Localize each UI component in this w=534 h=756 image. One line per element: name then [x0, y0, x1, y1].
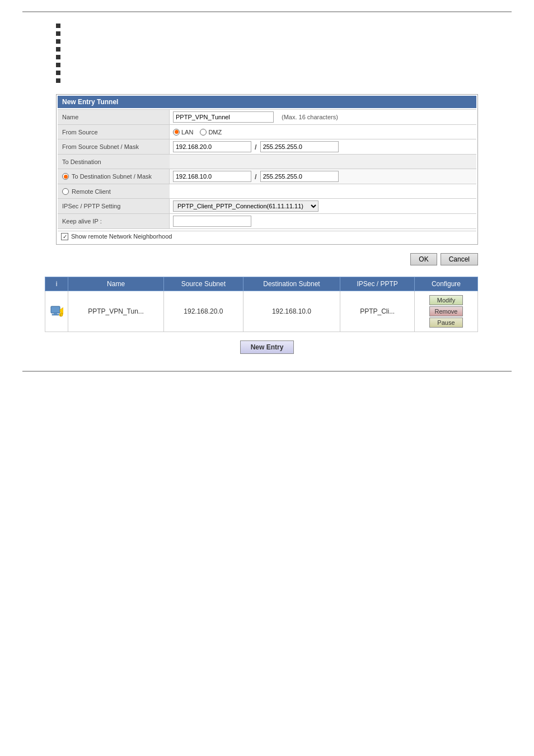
- remote-client-cell: Remote Client: [58, 184, 170, 198]
- vpn-status-icon: !: [50, 305, 63, 318]
- to-dest-subnet-label: To Destination Subnet / Mask: [58, 169, 170, 184]
- from-source-field: LAN DMZ: [170, 127, 476, 137]
- row-source-subnet: 192.168.20.0: [164, 291, 243, 332]
- name-label: Name: [58, 110, 170, 124]
- col-header-info: i: [45, 277, 68, 291]
- pause-button[interactable]: Pause: [429, 318, 463, 328]
- vpn-table: i Name Source Subnet Destination Subnet …: [45, 277, 478, 332]
- row-name: PPTP_VPN_Tun...: [68, 291, 164, 332]
- bullet-icon: [56, 24, 60, 28]
- to-slash-sep: /: [255, 172, 257, 181]
- remote-client-label: Remote Client: [72, 188, 111, 195]
- ok-cancel-row: OK Cancel: [22, 253, 478, 265]
- from-mask-input[interactable]: [260, 141, 339, 152]
- source-radio-group: LAN DMZ: [173, 129, 222, 136]
- name-input[interactable]: [173, 111, 274, 123]
- form-row-ipsec: IPSec / PPTP Setting PPTP_Client_PPTP_Co…: [58, 198, 476, 213]
- svg-text:!: !: [60, 314, 61, 317]
- list-item: [56, 31, 512, 36]
- col-header-dest: Destination Subnet: [243, 277, 340, 291]
- neighborhood-label-text: Show remote Network Neighborhood: [71, 233, 172, 240]
- vpn-table-wrapper: i Name Source Subnet Destination Subnet …: [45, 277, 478, 332]
- ok-button[interactable]: OK: [410, 253, 437, 265]
- list-item: [56, 71, 512, 75]
- to-dest-subnet-input[interactable]: [173, 171, 251, 182]
- tunnel-form: New Entry Tunnel Name (Max. 16 character…: [56, 94, 478, 245]
- remote-client-radio-dot: [62, 188, 69, 195]
- from-source-label: From Source: [58, 125, 170, 139]
- form-row-to-dest-subnet: To Destination Subnet / Mask /: [58, 169, 476, 184]
- svg-rect-0: [51, 306, 60, 313]
- dmz-radio-dot: [200, 129, 207, 136]
- list-item: [56, 39, 512, 44]
- form-row-to-dest-header: To Destination: [58, 154, 476, 169]
- new-entry-button[interactable]: New Entry: [240, 340, 294, 354]
- neighborhood-cell: ✓ Show remote Network Neighborhood: [58, 231, 476, 242]
- form-row-from-source: From Source LAN DMZ: [58, 124, 476, 139]
- remove-button[interactable]: Remove: [429, 306, 463, 316]
- dmz-radio-label[interactable]: DMZ: [200, 129, 222, 136]
- modify-button[interactable]: Modify: [429, 295, 463, 305]
- bottom-divider: [22, 371, 512, 372]
- bullet-icon: [56, 31, 60, 36]
- keepalive-input[interactable]: [173, 216, 251, 227]
- lan-radio-label[interactable]: LAN: [173, 129, 193, 136]
- bullet-icon: [56, 47, 60, 52]
- bullet-icon: [56, 55, 60, 59]
- dmz-label: DMZ: [208, 129, 222, 136]
- form-title: New Entry Tunnel: [62, 98, 118, 106]
- bullet-list: [56, 24, 512, 83]
- ipsec-select[interactable]: PPTP_Client_PPTP_Connection(61.11.11.11): [173, 200, 318, 212]
- bullet-icon: [56, 63, 60, 67]
- from-subnet-field: /: [170, 139, 476, 154]
- col-header-name: Name: [68, 277, 164, 291]
- bullet-icon: [56, 39, 60, 44]
- tunnel-form-wrapper: New Entry Tunnel Name (Max. 16 character…: [56, 94, 478, 245]
- row-dest-subnet: 192.168.10.0: [243, 291, 340, 332]
- ipsec-label: IPSec / PPTP Setting: [58, 199, 170, 213]
- row-configure-cell: Modify Remove Pause: [414, 291, 477, 332]
- cancel-button[interactable]: Cancel: [441, 253, 478, 265]
- ipsec-field: PPTP_Client_PPTP_Connection(61.11.11.11): [170, 199, 476, 213]
- form-row-name: Name (Max. 16 characters): [58, 109, 476, 124]
- form-row-neighborhood: ✓ Show remote Network Neighborhood: [58, 228, 476, 243]
- name-field: (Max. 16 characters): [170, 110, 476, 124]
- to-dest-label: To Destination: [58, 155, 170, 169]
- slash-sep: /: [255, 143, 257, 151]
- lan-radio-dot: [173, 129, 180, 136]
- row-icon-cell: !: [45, 291, 68, 332]
- to-dest-subnet-field: /: [170, 169, 476, 184]
- row-ipsec-pptp: PPTP_Cli...: [340, 291, 415, 332]
- bullet-icon: [56, 78, 60, 83]
- to-dest-subnet-text: To Destination Subnet / Mask: [72, 173, 152, 180]
- list-item: [56, 63, 512, 67]
- name-hint: (Max. 16 characters): [282, 114, 338, 120]
- keepalive-field: [170, 214, 476, 228]
- list-item: [56, 47, 512, 52]
- table-row: ! PPTP_VPN_Tun... 192.168.20.0 192.168.1…: [45, 291, 478, 332]
- col-header-source: Source Subnet: [164, 277, 243, 291]
- form-row-keepalive: Keep alive IP :: [58, 213, 476, 228]
- form-row-remote-client: Remote Client: [58, 184, 476, 198]
- from-subnet-label: From Source Subnet / Mask: [58, 139, 170, 154]
- table-header-row: i Name Source Subnet Destination Subnet …: [45, 277, 478, 291]
- list-item: [56, 78, 512, 83]
- page-wrapper: New Entry Tunnel Name (Max. 16 character…: [0, 0, 534, 756]
- to-dest-radio-dot: [62, 173, 69, 180]
- lan-label: LAN: [181, 129, 193, 136]
- new-entry-row: New Entry: [22, 340, 512, 354]
- form-title-row: New Entry Tunnel: [58, 96, 476, 108]
- neighborhood-checkbox-label[interactable]: ✓ Show remote Network Neighborhood: [61, 233, 172, 240]
- neighborhood-checkbox-icon: ✓: [61, 233, 68, 240]
- bullet-icon: [56, 71, 60, 75]
- col-header-configure: Configure: [414, 277, 477, 291]
- to-dest-mask-input[interactable]: [260, 171, 339, 182]
- list-item: [56, 55, 512, 59]
- svg-rect-2: [52, 314, 59, 315]
- form-row-from-subnet: From Source Subnet / Mask /: [58, 139, 476, 154]
- vpn-icon-svg: !: [50, 305, 63, 318]
- from-subnet-input[interactable]: [173, 141, 251, 152]
- keepalive-label: Keep alive IP :: [58, 214, 170, 228]
- svg-rect-1: [54, 313, 57, 314]
- list-item: [56, 24, 512, 28]
